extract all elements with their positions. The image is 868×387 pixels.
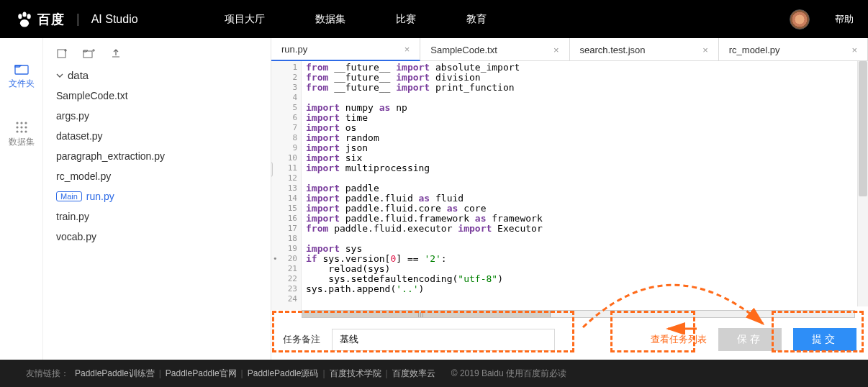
datasets-icon [14,120,29,133]
svg-point-7 [24,122,27,124]
baidu-text: 百度 [37,11,65,28]
help-link[interactable]: 帮助 [835,13,854,26]
editor-tab[interactable]: SampleCode.txt× [420,38,569,61]
tree-file[interactable]: vocab.py [43,227,271,247]
editor-tab[interactable]: rc_model.py× [719,38,868,61]
hscroll-thumb[interactable] [302,311,551,317]
editor-tab[interactable]: run.py× [271,38,420,61]
footer-prefix: 友情链接： [26,368,69,380]
close-icon[interactable]: × [553,45,559,55]
new-file-icon[interactable] [56,48,67,59]
view-task-list-link[interactable]: 查看任务列表 [651,333,707,346]
nav-education[interactable]: 教育 [466,13,487,26]
nav-datasets[interactable]: 数据集 [315,13,345,26]
code-line: from __future__ import division [306,73,864,83]
svg-point-9 [20,126,22,128]
line-number: 15 [271,204,297,214]
line-number: 6 [271,113,297,123]
rail-files[interactable]: 文件夹 [0,56,42,97]
horizontal-scrollbar[interactable]: ||| [302,310,855,318]
tree-file[interactable]: Mainrun.py [43,186,271,206]
code-line: import os [306,123,864,133]
svg-point-1 [22,12,26,17]
footer: 友情链接： PaddlePaddle训练营|PaddlePaddle官网|Pad… [0,360,868,387]
line-number: 2 [271,73,297,83]
vertical-scrollbar[interactable] [857,61,868,306]
avatar[interactable] [790,9,810,29]
line-number: 13 [271,183,297,194]
line-number: 18 [271,234,297,244]
svg-point-11 [16,130,18,132]
nav-projects[interactable]: 项目大厅 [225,13,265,26]
main-badge: Main [56,191,82,201]
tree-file[interactable]: rc_model.py [43,166,271,186]
nav-competitions[interactable]: 比赛 [396,13,416,26]
code-line [306,173,864,183]
line-number: 8 [271,133,297,143]
footer-link[interactable]: 百度效率云 [392,368,435,378]
close-icon[interactable]: × [851,45,857,55]
svg-point-13 [24,130,27,132]
code-line: from paddle.fluid.executor import Execut… [306,224,864,234]
editor-tabs: run.py×SampleCode.txt×search.test.json×r… [271,38,868,61]
tree-file[interactable]: SampleCode.txt [43,86,271,106]
line-number: 10 [271,153,297,163]
line-number: 16 [271,214,297,224]
task-remark-input[interactable] [332,329,555,351]
code-line: import paddle.fluid.core as core [306,204,864,214]
main-nav: 项目大厅 数据集 比赛 教育 [225,13,487,26]
new-folder-icon[interactable] [83,48,95,59]
folder-label: data [68,69,89,81]
logo-separator: | [76,12,80,27]
tree-file[interactable]: dataset.py [43,126,271,146]
tree-file[interactable]: paragraph_extraction.py [43,146,271,166]
code-line: import random [306,133,864,143]
svg-point-12 [20,130,22,132]
vscroll-thumb[interactable] [859,61,867,196]
gutter-collapse-handle[interactable]: ◂ [271,162,273,177]
svg-point-2 [27,14,31,19]
line-number: 5 [271,103,297,113]
line-number: 4 [271,93,297,103]
close-icon[interactable]: × [702,45,708,55]
line-number: 3 [271,83,297,93]
code-line: import sys [306,244,864,254]
code-line [306,294,864,304]
footer-link[interactable]: PaddlePaddle源码 [248,368,319,378]
file-name: run.py [86,191,114,202]
save-button[interactable]: 保存 [718,328,782,351]
baidu-logo: 百度 [14,9,65,29]
tree-file[interactable]: args.py [43,106,271,126]
footer-link[interactable]: PaddlePaddle官网 [166,368,237,378]
header-right: 帮助 [790,9,854,29]
code-line: import numpy as np [306,103,864,113]
line-number: 24 [271,294,297,304]
code-line: import json [306,143,864,153]
line-number: 22 [271,274,297,284]
code-line [306,93,864,103]
bottom-bar: 任务备注 查看任务列表 保存 提交 [271,318,868,360]
footer-link[interactable]: 百度技术学院 [330,368,381,378]
line-number: 17 [271,224,297,234]
editor-area: run.py×SampleCode.txt×search.test.json×r… [271,38,868,360]
tab-label: rc_model.py [729,45,780,55]
footer-link[interactable]: PaddlePaddle训练营 [75,368,155,378]
code-editor[interactable]: from __future__ import absolute_importfr… [302,61,868,310]
line-number: 23 [271,284,297,294]
line-number: 11 [271,163,297,173]
line-number: 12 [271,173,297,183]
tree-folder-data[interactable]: data [43,65,271,86]
code-line: from __future__ import print_function [306,83,864,93]
tree-file[interactable]: train.py [43,206,271,227]
submit-button[interactable]: 提交 [793,328,856,351]
sidebar-tools [43,38,271,65]
rail-datasets[interactable]: 数据集 [0,113,42,155]
code-line: import six [306,153,864,163]
editor-tab[interactable]: search.test.json× [570,38,719,61]
code-line: if sys.version[0] == '2': [306,254,864,264]
hscroll-grip: ||| [417,311,425,317]
line-number: 14 [271,194,297,204]
close-icon[interactable]: × [404,44,410,55]
upload-icon[interactable] [111,48,122,59]
sidebar: data SampleCode.txtargs.pydataset.pypara… [43,38,271,360]
